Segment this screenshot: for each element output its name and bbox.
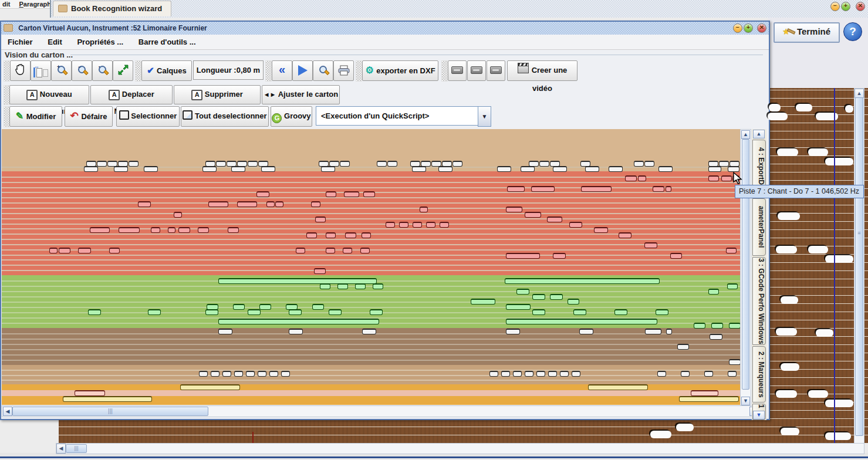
roll-note[interactable] xyxy=(362,329,376,334)
tab-gcode-perfo-windows[interactable]: 3 : GCode Perfo Windows xyxy=(752,257,766,345)
done-button[interactable]: Terminé xyxy=(774,22,840,43)
roll-note[interactable] xyxy=(246,371,255,377)
roll-note[interactable] xyxy=(560,371,569,377)
tab-book-recognition-wizard[interactable]: Book Recognition wizard xyxy=(53,1,171,16)
roll-note[interactable] xyxy=(119,227,140,233)
modifier-button[interactable]: ✎ Modifier xyxy=(9,106,62,127)
roll-note[interactable] xyxy=(231,166,245,172)
roll-note[interactable] xyxy=(84,166,98,172)
roll-note[interactable] xyxy=(609,166,623,172)
tab-scroll-down-button[interactable]: ▼ xyxy=(753,411,765,420)
roll-note[interactable] xyxy=(97,161,107,167)
roll-note[interactable] xyxy=(588,384,648,390)
roll-note[interactable] xyxy=(489,371,498,377)
calques-button[interactable]: ✔ Calques xyxy=(141,60,192,81)
roll-note[interactable] xyxy=(218,329,232,334)
roll-note[interactable] xyxy=(708,289,719,295)
roll-note[interactable] xyxy=(536,371,545,377)
menu-proprietes[interactable]: Propriétés ... xyxy=(70,35,130,49)
roll-note[interactable] xyxy=(148,309,161,315)
roll-note[interactable] xyxy=(373,283,383,289)
roll-note[interactable] xyxy=(426,222,435,228)
roll-note[interactable] xyxy=(362,232,371,238)
roll-note[interactable] xyxy=(168,227,175,233)
marker-preset-button-1[interactable] xyxy=(448,60,467,81)
roll-note[interactable] xyxy=(399,222,408,228)
roll-note[interactable] xyxy=(88,309,101,315)
roll-note[interactable] xyxy=(670,253,682,259)
combobox-arrow[interactable]: ▼ xyxy=(478,106,491,127)
roll-note[interactable] xyxy=(412,166,426,172)
zoom-in-button[interactable]: + xyxy=(51,60,72,81)
roll-note[interactable] xyxy=(109,248,120,253)
roll-note[interactable] xyxy=(311,201,320,207)
roll-note[interactable] xyxy=(634,161,644,167)
roll-note[interactable] xyxy=(638,175,646,181)
scroll-left-button[interactable]: ◀ xyxy=(56,444,66,454)
roll-note[interactable] xyxy=(314,268,326,274)
roll-note[interactable] xyxy=(296,248,305,253)
roll-note[interactable] xyxy=(452,161,462,167)
cv-minimize-button[interactable]: − xyxy=(733,23,742,33)
roll-scroll-left-button[interactable]: ◀ xyxy=(3,407,12,416)
roll-note[interactable] xyxy=(728,371,737,377)
roll-note[interactable] xyxy=(355,283,366,289)
pan-tool-button[interactable] xyxy=(10,60,31,81)
marker-preset-button-3[interactable] xyxy=(487,60,505,81)
roll-note[interactable] xyxy=(501,371,510,377)
roll-note[interactable] xyxy=(114,166,128,172)
roll-note[interactable] xyxy=(306,232,317,238)
roll-note[interactable] xyxy=(202,166,217,172)
roll-note[interactable] xyxy=(59,248,70,253)
roll-note[interactable] xyxy=(343,248,352,253)
roll-note[interactable] xyxy=(256,191,269,197)
toolbar-drag-handle[interactable] xyxy=(356,60,362,82)
outer-horizontal-scrollbar[interactable]: ◀ ||| xyxy=(56,443,864,454)
roll-horizontal-thumb[interactable]: ||| xyxy=(12,407,208,416)
cv-close-button[interactable]: ✕ xyxy=(757,23,766,33)
roll-note[interactable] xyxy=(377,161,387,167)
roll-note[interactable] xyxy=(326,191,336,197)
roll-note[interactable] xyxy=(679,396,739,402)
roll-note[interactable] xyxy=(326,248,335,253)
preview-button[interactable] xyxy=(313,60,333,81)
roll-note[interactable] xyxy=(594,227,608,233)
roll-note[interactable] xyxy=(711,323,723,329)
roll-note[interactable] xyxy=(677,344,689,350)
roll-note[interactable] xyxy=(289,329,303,334)
roll-note[interactable] xyxy=(344,191,359,197)
roll-note[interactable] xyxy=(266,201,275,207)
roll-note[interactable] xyxy=(645,329,661,334)
roll-note[interactable] xyxy=(259,304,271,310)
roll-note[interactable] xyxy=(248,161,258,167)
defaire-button[interactable]: ↶ Défaire xyxy=(65,106,113,127)
roll-note[interactable] xyxy=(258,371,266,377)
roll-note[interactable] xyxy=(312,304,324,310)
roll-note[interactable] xyxy=(180,384,240,390)
roll-note[interactable] xyxy=(657,371,666,377)
roll-note[interactable] xyxy=(691,390,718,396)
roll-note[interactable] xyxy=(234,371,243,377)
roll-note[interactable] xyxy=(547,217,562,222)
roll-note[interactable] xyxy=(727,283,738,289)
roll-note[interactable] xyxy=(321,166,335,172)
roll-note[interactable] xyxy=(507,186,525,192)
scroll-up-button[interactable]: ▲ xyxy=(855,89,864,98)
roll-note[interactable] xyxy=(216,161,226,167)
roll-note[interactable] xyxy=(329,309,342,315)
vertical-scroll-thumb[interactable]: ≡ xyxy=(855,97,863,436)
roll-note[interactable] xyxy=(178,227,190,233)
roll-note[interactable] xyxy=(75,390,105,396)
roll-note[interactable] xyxy=(320,283,330,289)
roll-note[interactable] xyxy=(525,371,533,377)
roll-note[interactable] xyxy=(729,359,740,365)
roll-note[interactable] xyxy=(387,161,397,167)
selectionner-button[interactable]: Selectionner xyxy=(116,106,180,127)
toolbar-drag-handle[interactable] xyxy=(265,60,272,82)
roll-note[interactable] xyxy=(521,166,535,172)
roll-note[interactable] xyxy=(581,186,612,192)
roll-note[interactable] xyxy=(548,371,557,377)
roll-note[interactable] xyxy=(550,294,563,300)
roll-note[interactable] xyxy=(704,371,713,377)
roll-note[interactable] xyxy=(729,323,740,329)
